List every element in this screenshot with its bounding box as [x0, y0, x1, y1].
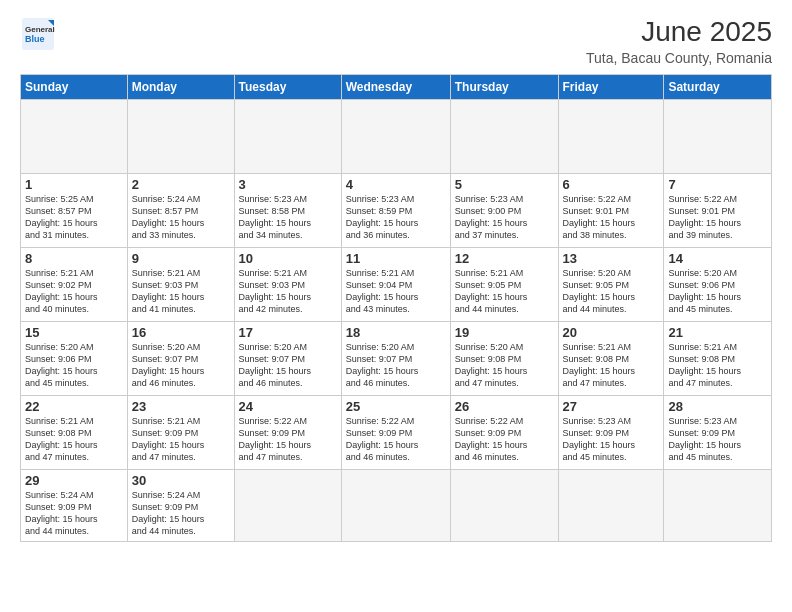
day-number: 6	[563, 177, 660, 192]
title-area: June 2025 Tuta, Bacau County, Romania	[586, 16, 772, 66]
col-friday: Friday	[558, 75, 664, 100]
table-row	[450, 100, 558, 174]
table-row: 2Sunrise: 5:24 AMSunset: 8:57 PMDaylight…	[127, 174, 234, 248]
day-number: 27	[563, 399, 660, 414]
table-row	[450, 470, 558, 542]
table-row: 14Sunrise: 5:20 AMSunset: 9:06 PMDayligh…	[664, 248, 772, 322]
day-number: 21	[668, 325, 767, 340]
table-row: 4Sunrise: 5:23 AMSunset: 8:59 PMDaylight…	[341, 174, 450, 248]
table-row: 10Sunrise: 5:21 AMSunset: 9:03 PMDayligh…	[234, 248, 341, 322]
table-row: 19Sunrise: 5:20 AMSunset: 9:08 PMDayligh…	[450, 322, 558, 396]
page: General Blue June 2025 Tuta, Bacau Count…	[0, 0, 792, 612]
day-number: 3	[239, 177, 337, 192]
table-row: 17Sunrise: 5:20 AMSunset: 9:07 PMDayligh…	[234, 322, 341, 396]
table-row	[21, 100, 128, 174]
day-number: 8	[25, 251, 123, 266]
cell-info: Sunrise: 5:21 AMSunset: 9:03 PMDaylight:…	[132, 267, 230, 316]
table-row: 7Sunrise: 5:22 AMSunset: 9:01 PMDaylight…	[664, 174, 772, 248]
table-row: 29Sunrise: 5:24 AMSunset: 9:09 PMDayligh…	[21, 470, 128, 542]
day-number: 1	[25, 177, 123, 192]
cell-info: Sunrise: 5:20 AMSunset: 9:08 PMDaylight:…	[455, 341, 554, 390]
table-row	[234, 470, 341, 542]
svg-text:Blue: Blue	[25, 34, 45, 44]
table-row	[664, 470, 772, 542]
month-title: June 2025	[586, 16, 772, 48]
day-number: 18	[346, 325, 446, 340]
logo: General Blue	[20, 16, 56, 52]
day-number: 17	[239, 325, 337, 340]
table-row: 15Sunrise: 5:20 AMSunset: 9:06 PMDayligh…	[21, 322, 128, 396]
table-row: 20Sunrise: 5:21 AMSunset: 9:08 PMDayligh…	[558, 322, 664, 396]
cell-info: Sunrise: 5:23 AMSunset: 9:09 PMDaylight:…	[563, 415, 660, 464]
table-row: 21Sunrise: 5:21 AMSunset: 9:08 PMDayligh…	[664, 322, 772, 396]
table-row: 8Sunrise: 5:21 AMSunset: 9:02 PMDaylight…	[21, 248, 128, 322]
day-number: 11	[346, 251, 446, 266]
table-row: 30Sunrise: 5:24 AMSunset: 9:09 PMDayligh…	[127, 470, 234, 542]
day-number: 2	[132, 177, 230, 192]
day-number: 14	[668, 251, 767, 266]
table-row: 16Sunrise: 5:20 AMSunset: 9:07 PMDayligh…	[127, 322, 234, 396]
cell-info: Sunrise: 5:20 AMSunset: 9:07 PMDaylight:…	[346, 341, 446, 390]
table-row	[558, 100, 664, 174]
table-row: 25Sunrise: 5:22 AMSunset: 9:09 PMDayligh…	[341, 396, 450, 470]
table-row: 27Sunrise: 5:23 AMSunset: 9:09 PMDayligh…	[558, 396, 664, 470]
cell-info: Sunrise: 5:21 AMSunset: 9:08 PMDaylight:…	[25, 415, 123, 464]
table-row: 28Sunrise: 5:23 AMSunset: 9:09 PMDayligh…	[664, 396, 772, 470]
day-number: 5	[455, 177, 554, 192]
col-sunday: Sunday	[21, 75, 128, 100]
day-number: 4	[346, 177, 446, 192]
table-row: 22Sunrise: 5:21 AMSunset: 9:08 PMDayligh…	[21, 396, 128, 470]
table-row: 3Sunrise: 5:23 AMSunset: 8:58 PMDaylight…	[234, 174, 341, 248]
col-monday: Monday	[127, 75, 234, 100]
svg-text:General: General	[25, 25, 55, 34]
day-number: 19	[455, 325, 554, 340]
cell-info: Sunrise: 5:22 AMSunset: 9:09 PMDaylight:…	[346, 415, 446, 464]
cell-info: Sunrise: 5:23 AMSunset: 9:09 PMDaylight:…	[668, 415, 767, 464]
day-number: 15	[25, 325, 123, 340]
cell-info: Sunrise: 5:24 AMSunset: 9:09 PMDaylight:…	[132, 489, 230, 538]
day-number: 10	[239, 251, 337, 266]
table-row	[127, 100, 234, 174]
cell-info: Sunrise: 5:20 AMSunset: 9:05 PMDaylight:…	[563, 267, 660, 316]
day-number: 29	[25, 473, 123, 488]
day-number: 7	[668, 177, 767, 192]
table-row: 18Sunrise: 5:20 AMSunset: 9:07 PMDayligh…	[341, 322, 450, 396]
cell-info: Sunrise: 5:21 AMSunset: 9:05 PMDaylight:…	[455, 267, 554, 316]
day-number: 25	[346, 399, 446, 414]
day-number: 9	[132, 251, 230, 266]
day-number: 28	[668, 399, 767, 414]
col-thursday: Thursday	[450, 75, 558, 100]
col-saturday: Saturday	[664, 75, 772, 100]
day-number: 30	[132, 473, 230, 488]
cell-info: Sunrise: 5:24 AMSunset: 9:09 PMDaylight:…	[25, 489, 123, 538]
table-row: 5Sunrise: 5:23 AMSunset: 9:00 PMDaylight…	[450, 174, 558, 248]
cell-info: Sunrise: 5:22 AMSunset: 9:09 PMDaylight:…	[455, 415, 554, 464]
cell-info: Sunrise: 5:21 AMSunset: 9:03 PMDaylight:…	[239, 267, 337, 316]
table-row	[341, 100, 450, 174]
day-number: 16	[132, 325, 230, 340]
cell-info: Sunrise: 5:21 AMSunset: 9:08 PMDaylight:…	[668, 341, 767, 390]
cell-info: Sunrise: 5:23 AMSunset: 8:58 PMDaylight:…	[239, 193, 337, 242]
day-number: 20	[563, 325, 660, 340]
table-row	[234, 100, 341, 174]
cell-info: Sunrise: 5:22 AMSunset: 9:09 PMDaylight:…	[239, 415, 337, 464]
table-row: 13Sunrise: 5:20 AMSunset: 9:05 PMDayligh…	[558, 248, 664, 322]
cell-info: Sunrise: 5:23 AMSunset: 8:59 PMDaylight:…	[346, 193, 446, 242]
table-row: 23Sunrise: 5:21 AMSunset: 9:09 PMDayligh…	[127, 396, 234, 470]
location: Tuta, Bacau County, Romania	[586, 50, 772, 66]
cell-info: Sunrise: 5:24 AMSunset: 8:57 PMDaylight:…	[132, 193, 230, 242]
table-row	[341, 470, 450, 542]
cell-info: Sunrise: 5:22 AMSunset: 9:01 PMDaylight:…	[563, 193, 660, 242]
table-row: 9Sunrise: 5:21 AMSunset: 9:03 PMDaylight…	[127, 248, 234, 322]
table-row: 12Sunrise: 5:21 AMSunset: 9:05 PMDayligh…	[450, 248, 558, 322]
col-wednesday: Wednesday	[341, 75, 450, 100]
cell-info: Sunrise: 5:21 AMSunset: 9:08 PMDaylight:…	[563, 341, 660, 390]
day-number: 12	[455, 251, 554, 266]
cell-info: Sunrise: 5:20 AMSunset: 9:06 PMDaylight:…	[668, 267, 767, 316]
day-number: 22	[25, 399, 123, 414]
cell-info: Sunrise: 5:21 AMSunset: 9:09 PMDaylight:…	[132, 415, 230, 464]
day-number: 23	[132, 399, 230, 414]
header: General Blue June 2025 Tuta, Bacau Count…	[20, 16, 772, 66]
table-row	[558, 470, 664, 542]
table-row	[664, 100, 772, 174]
